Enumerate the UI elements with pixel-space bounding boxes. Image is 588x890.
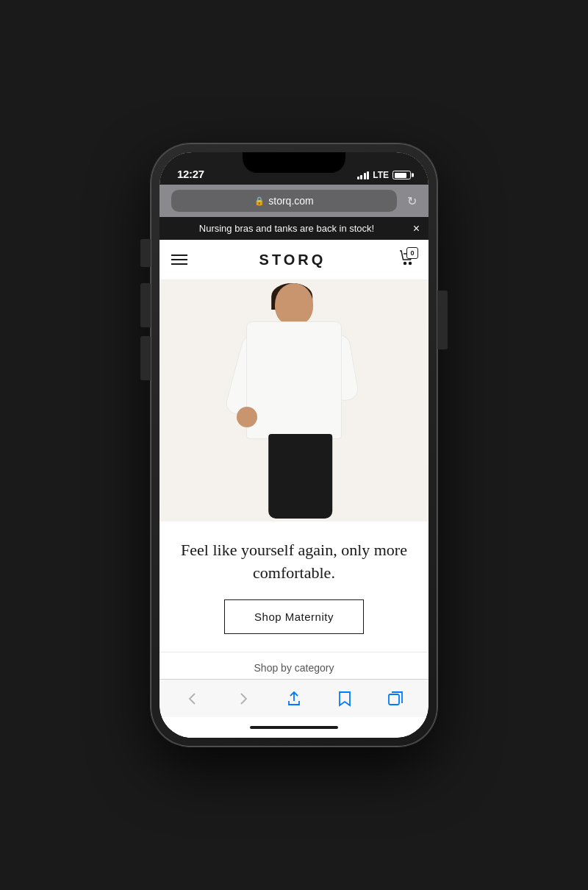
- url-text: storq.com: [268, 195, 313, 207]
- model-head: [275, 283, 313, 326]
- lock-icon: 🔒: [254, 196, 265, 206]
- hamburger-line-3: [171, 263, 187, 265]
- home-bar: [250, 726, 338, 729]
- back-chevron-icon: [184, 691, 201, 707]
- battery-fill: [395, 173, 406, 178]
- safari-back-button[interactable]: [179, 686, 206, 712]
- phone-screen: 12:27 LTE 🔒 storq.com ↻: [159, 152, 429, 738]
- share-icon: [286, 691, 302, 707]
- volume-up-button: [140, 283, 151, 327]
- hamburger-line-2: [171, 259, 187, 260]
- model-pants-right: [290, 434, 332, 519]
- hero-area: Feel like yourself again, only more comf…: [159, 280, 429, 679]
- url-bar[interactable]: 🔒 storq.com ↻: [159, 185, 429, 217]
- notch: [243, 152, 345, 173]
- hero-image: [159, 280, 429, 521]
- cart-count-badge: 0: [406, 247, 418, 259]
- safari-bottom-bar: [159, 679, 429, 717]
- safari-share-button[interactable]: [281, 686, 307, 712]
- screen-content: 12:27 LTE 🔒 storq.com ↻: [159, 152, 429, 738]
- status-bar: 12:27 LTE: [159, 152, 429, 185]
- peek-text: Shop by category: [254, 662, 334, 674]
- announcement-banner: Nursing bras and tanks are back in stock…: [159, 217, 429, 240]
- silent-switch: [140, 239, 151, 267]
- model-shirt: [246, 321, 342, 439]
- lte-label: LTE: [373, 170, 389, 180]
- tabs-icon: [387, 691, 404, 707]
- hero-headline: Feel like yourself again, only more comf…: [174, 539, 414, 585]
- content-section: Feel like yourself again, only more comf…: [159, 521, 429, 652]
- volume-down-button: [140, 336, 151, 380]
- banner-close-button[interactable]: ×: [413, 222, 420, 235]
- brand-logo[interactable]: STORQ: [259, 252, 326, 268]
- reload-icon[interactable]: ↻: [407, 194, 417, 208]
- svg-rect-2: [389, 694, 399, 705]
- power-button: [437, 291, 448, 349]
- cart-button[interactable]: 0: [398, 249, 417, 271]
- forward-chevron-icon: [235, 691, 251, 707]
- svg-point-1: [409, 263, 411, 265]
- status-icons: LTE: [357, 170, 411, 180]
- status-time: 12:27: [177, 168, 204, 180]
- battery-icon: [392, 171, 411, 179]
- signal-icon: [357, 171, 370, 179]
- bookmarks-icon: [337, 691, 353, 707]
- safari-forward-button[interactable]: [230, 686, 257, 712]
- website-content: Nursing bras and tanks are back in stock…: [159, 217, 429, 738]
- safari-tabs-button[interactable]: [382, 686, 409, 712]
- bottom-peek-section: Shop by category: [159, 652, 429, 679]
- home-indicator: [159, 717, 429, 738]
- url-field[interactable]: 🔒 storq.com: [171, 190, 397, 212]
- announcement-text: Nursing bras and tanks are back in stock…: [199, 223, 374, 234]
- hamburger-line-1: [171, 254, 187, 256]
- nav-bar: STORQ 0: [159, 240, 429, 280]
- model-hand: [237, 407, 257, 427]
- shop-maternity-button[interactable]: Shop Maternity: [224, 599, 364, 634]
- svg-point-0: [404, 263, 406, 265]
- safari-bookmarks-button[interactable]: [331, 686, 358, 712]
- phone-frame: 12:27 LTE 🔒 storq.com ↻: [151, 143, 437, 747]
- hamburger-menu-button[interactable]: [171, 254, 187, 265]
- model-figure: [220, 283, 368, 519]
